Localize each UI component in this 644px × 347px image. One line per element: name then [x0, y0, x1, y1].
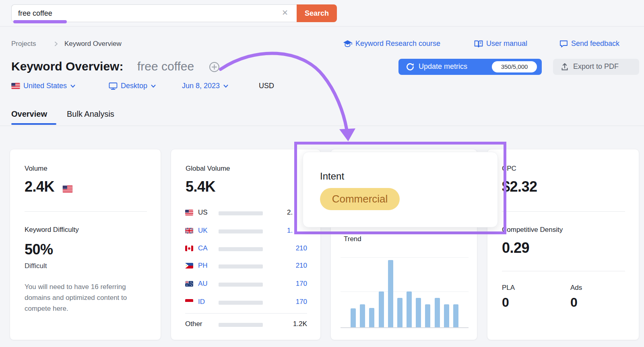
keyword-research-course-link[interactable]: Keyword Research course — [343, 39, 440, 48]
update-metrics-button[interactable]: Update metrics 350/5,000 — [398, 59, 542, 75]
trend-bar — [435, 298, 440, 327]
user-manual-link[interactable]: User manual — [474, 39, 527, 48]
chevron-down-icon — [223, 83, 229, 89]
country-code[interactable]: US — [198, 209, 208, 217]
difficulty-qualifier: Difficult — [25, 262, 47, 270]
global-volume-row-au: AU 170 — [185, 279, 307, 290]
volume-bar — [219, 229, 263, 233]
breadcrumb-chevron-icon — [53, 41, 59, 47]
chevron-down-icon — [70, 83, 76, 89]
country-volume-value[interactable]: 1. — [287, 227, 293, 235]
other-volume-value: 1.2K — [293, 320, 307, 328]
us-flag-icon — [62, 186, 73, 192]
country-filter-dropdown[interactable]: United States — [11, 82, 76, 90]
keyword-difficulty-title: Keyword Difficulty — [25, 226, 79, 234]
quota-badge: 350/5,000 — [492, 61, 537, 72]
us-flag-icon — [11, 83, 20, 89]
ads-label: Ads — [570, 284, 582, 292]
volume-value: 2.4K — [25, 178, 54, 195]
search-button[interactable]: Search — [297, 4, 337, 22]
volume-difficulty-card: Volume 2.4K Keyword Difficulty 50% Diffi… — [10, 149, 161, 340]
ads-value: 0 — [570, 295, 578, 310]
export-icon — [560, 62, 569, 71]
export-to-pdf-label: Export to PDF — [573, 62, 619, 71]
volume-title: Volume — [25, 165, 47, 173]
update-metrics-label: Update metrics — [419, 62, 467, 71]
cpc-value: $2.32 — [502, 178, 537, 195]
other-label: Other — [185, 320, 202, 328]
country-volume-value: 2. — [287, 209, 293, 217]
device-filter-dropdown[interactable]: Desktop — [109, 82, 156, 90]
intent-callout-card: Intent Commercial — [303, 152, 498, 227]
pla-value: 0 — [502, 295, 509, 310]
device-filter-label: Desktop — [121, 82, 147, 90]
tab-overview[interactable]: Overview — [11, 109, 47, 119]
card-divider — [502, 271, 625, 271]
book-icon — [474, 40, 483, 48]
global-volume-row-ca: CA 210 — [185, 244, 307, 255]
trend-bar — [379, 291, 384, 327]
x-axis — [341, 327, 469, 328]
breadcrumb-keyword-overview: Keyword Overview — [64, 40, 122, 48]
currency-label: USD — [259, 82, 274, 90]
global-volume-row-ph: PH 210 — [185, 261, 307, 272]
breadcrumb-projects[interactable]: Projects — [11, 40, 36, 48]
export-to-pdf-button[interactable]: Export to PDF — [553, 59, 639, 75]
country-code[interactable]: UK — [198, 227, 208, 235]
country-code[interactable]: ID — [198, 298, 205, 306]
send-feedback-link[interactable]: Send feedback — [559, 39, 619, 48]
search-input[interactable] — [11, 4, 297, 22]
difficulty-description: You will need to have 16 referring domai… — [25, 281, 146, 314]
volume-bar — [219, 264, 263, 269]
trend-bar — [407, 291, 412, 327]
cpc-card: CPC $2.32 Competitive Density 0.29 PLA 0… — [487, 149, 639, 340]
page-title: Keyword Overview: — [11, 60, 123, 73]
global-volume-value: 5.4K — [186, 178, 215, 195]
canada-flag-icon — [185, 246, 193, 251]
trend-bar — [388, 260, 393, 327]
trend-title: Trend — [344, 235, 361, 243]
country-code[interactable]: CA — [198, 244, 208, 252]
country-volume-value[interactable]: 210 — [296, 262, 307, 270]
country-volume-value[interactable]: 170 — [296, 280, 307, 288]
country-volume-value[interactable]: 170 — [296, 298, 307, 306]
trend-bar — [369, 308, 374, 327]
other-divider — [185, 313, 307, 314]
philippines-flag-icon — [185, 263, 193, 269]
page-title-keyword: free coffee — [137, 60, 194, 73]
volume-bar — [219, 211, 263, 215]
global-volume-row-us: US 2. — [185, 208, 307, 219]
tab-bulk-analysis[interactable]: Bulk Analysis — [67, 109, 114, 119]
keyword-research-course-label: Keyword Research course — [355, 39, 440, 48]
intent-title: Intent — [320, 171, 344, 182]
add-keyword-icon[interactable] — [209, 62, 220, 72]
volume-bar — [219, 283, 263, 287]
top-search-bar: ✕ Search — [0, 0, 644, 27]
trend-bar — [360, 304, 365, 327]
volume-bar — [219, 247, 263, 251]
trend-bar-chart — [341, 254, 469, 328]
global-volume-row-other: Other 1.2K — [185, 319, 307, 330]
country-code[interactable]: PH — [198, 262, 208, 270]
clear-search-icon[interactable]: ✕ — [282, 9, 288, 17]
intent-commercial-badge: Commercial — [320, 188, 400, 210]
trend-bar — [416, 298, 421, 327]
competitive-density-value: 0.29 — [502, 240, 529, 256]
tabs-divider — [0, 126, 644, 126]
trend-bar — [444, 304, 449, 327]
indonesia-flag-icon — [185, 299, 193, 305]
speech-bubble-icon — [559, 40, 568, 48]
pla-label: PLA — [502, 284, 515, 292]
user-manual-label: User manual — [486, 39, 527, 48]
active-tab-indicator — [11, 123, 56, 125]
country-code[interactable]: AU — [198, 280, 208, 288]
card-divider — [502, 211, 625, 212]
trend-bar — [425, 304, 430, 327]
trend-bar — [351, 308, 356, 327]
refresh-icon — [406, 62, 415, 71]
date-filter-dropdown[interactable]: Jun 8, 2023 — [182, 82, 229, 90]
date-filter-label: Jun 8, 2023 — [182, 82, 220, 90]
graduation-cap-icon — [343, 40, 352, 48]
desktop-icon — [109, 82, 118, 90]
country-volume-value[interactable]: 210 — [296, 244, 307, 252]
